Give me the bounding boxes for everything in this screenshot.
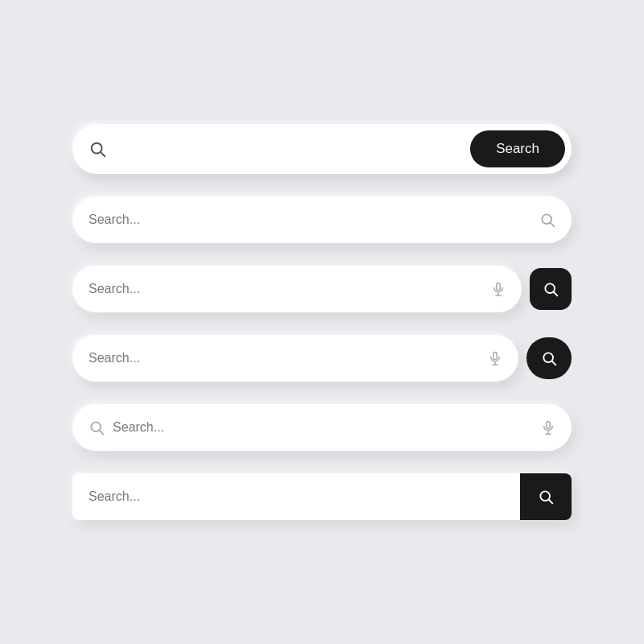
search-icon-left-5: [89, 419, 105, 436]
search-bar-3-wrap: [72, 266, 572, 312]
svg-rect-4: [497, 283, 501, 291]
search-input-4[interactable]: [89, 351, 488, 365]
search-bar-1: Search: [72, 124, 572, 174]
search-input-2[interactable]: [89, 213, 539, 227]
search-bar-3: [72, 266, 522, 312]
svg-line-1: [101, 152, 105, 156]
mic-icon-4: [488, 349, 502, 367]
search-button-1[interactable]: Search: [470, 130, 565, 167]
search-bar-5: [72, 404, 572, 451]
svg-rect-16: [547, 422, 551, 429]
svg-rect-9: [493, 353, 497, 360]
search-input-1[interactable]: [114, 142, 470, 156]
search-input-5[interactable]: [113, 420, 533, 435]
svg-line-20: [549, 500, 553, 504]
search-button-6[interactable]: [520, 473, 572, 520]
svg-line-13: [552, 361, 556, 365]
mic-icon-3: [491, 280, 506, 298]
svg-line-15: [100, 431, 104, 435]
search-bar-4: [72, 335, 518, 382]
mic-icon-5: [541, 419, 555, 436]
search-input-6[interactable]: [72, 489, 520, 504]
search-input-3[interactable]: [89, 282, 491, 296]
search-button-3[interactable]: [530, 268, 572, 310]
svg-line-3: [551, 223, 555, 227]
svg-line-8: [554, 292, 558, 296]
search-bar-6: [72, 473, 572, 520]
search-button-4[interactable]: [526, 337, 572, 379]
search-bars-container: Search: [72, 124, 572, 520]
search-bar-4-wrap: [72, 335, 572, 382]
search-icon-right-2: [539, 212, 555, 228]
search-icon-left-1: [89, 140, 106, 158]
search-bar-2: [72, 196, 572, 243]
